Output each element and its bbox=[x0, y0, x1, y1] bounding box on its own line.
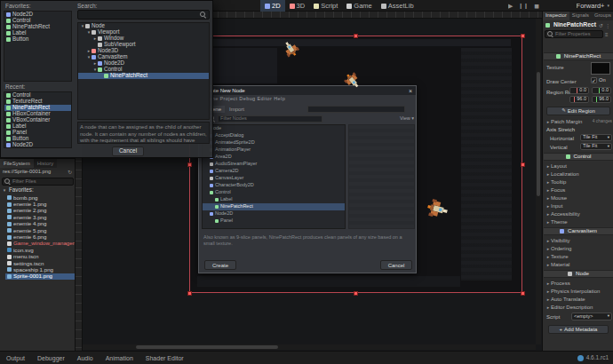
recent-item[interactable]: Label bbox=[4, 123, 71, 130]
favorite-item[interactable]: NinePatchRect bbox=[4, 24, 71, 30]
add-metadata-button[interactable]: + Add Metadata bbox=[548, 325, 609, 334]
region-y-field[interactable]: 0.0 bbox=[592, 87, 611, 94]
edit-region-button[interactable]: ✎ Edit Region bbox=[546, 107, 610, 115]
play-button[interactable]: ▶ bbox=[508, 3, 513, 9]
favorite-item[interactable]: Control bbox=[4, 18, 71, 24]
search-input[interactable] bbox=[77, 10, 210, 20]
file-row[interactable]: menu.tscn bbox=[5, 254, 75, 260]
match-item[interactable]: ▾Control bbox=[78, 67, 209, 73]
favorites-list[interactable]: Node2D Control NinePatchRect Label Butto… bbox=[4, 11, 72, 82]
tab-script[interactable]: Script bbox=[309, 0, 342, 12]
tab-assetlib[interactable]: AssetLib bbox=[377, 0, 418, 12]
match-item[interactable]: SubViewport bbox=[78, 42, 209, 48]
tab-inspector[interactable]: Inspector bbox=[543, 12, 569, 20]
selection-handle-mid-left[interactable] bbox=[187, 162, 192, 167]
group-theme[interactable]: ▸Theme bbox=[545, 218, 612, 226]
selection-handle-top-right[interactable] bbox=[521, 34, 525, 38]
horizontal-scrollbar-thumb[interactable] bbox=[136, 345, 278, 349]
group-process[interactable]: ▸Process bbox=[545, 280, 612, 287]
history-icon[interactable]: ↺ bbox=[599, 23, 603, 28]
favorite-item[interactable]: Button bbox=[4, 36, 71, 43]
file-row[interactable]: spaceship 1.png bbox=[5, 266, 75, 273]
vertical-scrollbar[interactable] bbox=[536, 19, 541, 344]
tab-2d[interactable]: 2D bbox=[260, 0, 285, 12]
recent-item-selected[interactable]: NinePatchRect bbox=[4, 105, 71, 111]
pause-button[interactable]: ❙❙ bbox=[518, 3, 529, 9]
group-input[interactable]: ▸Input bbox=[545, 202, 612, 210]
group-localization[interactable]: ▸Localization bbox=[545, 170, 612, 178]
horizontal-scrollbar[interactable] bbox=[83, 344, 536, 350]
group-patch-margin[interactable]: ▸ Patch Margin 4 changes bbox=[545, 118, 612, 125]
match-item-selected[interactable]: NinePatchRect bbox=[78, 73, 209, 79]
file-row[interactable]: enemie 3.png bbox=[5, 214, 75, 220]
renderer-selector[interactable]: Forward+ ▾ bbox=[577, 3, 609, 10]
match-item[interactable]: ▸Node3D bbox=[78, 48, 209, 54]
region-w-field[interactable]: 96.0 bbox=[569, 96, 589, 103]
vertical-dropdown[interactable]: Tile Fit▾ bbox=[580, 143, 612, 150]
stop-button[interactable]: ◼ bbox=[534, 3, 539, 9]
recent-list[interactable]: Control TextureRect NinePatchRect HBoxCo… bbox=[4, 91, 72, 148]
inspector-menu-icon[interactable]: ⋮ bbox=[605, 23, 610, 28]
bottom-tab-output[interactable]: Output bbox=[0, 352, 31, 364]
region-x-field[interactable]: 0.0 bbox=[569, 87, 589, 94]
group-visibility[interactable]: ▸Visibility bbox=[545, 237, 612, 244]
selection-handle-bottom-right[interactable] bbox=[521, 291, 525, 296]
bottom-tab-animation[interactable]: Animation bbox=[100, 352, 139, 364]
favorites-root[interactable]: ▾ Favorites: bbox=[0, 186, 75, 194]
file-row[interactable]: bomb.png bbox=[5, 194, 75, 201]
file-row[interactable]: settings.tscn bbox=[5, 260, 75, 266]
filter-properties-input[interactable]: Filter Properties bbox=[545, 30, 603, 38]
file-row-selected[interactable]: Sprite-0001.png bbox=[5, 273, 75, 280]
selection-handle-bottom-mid[interactable] bbox=[354, 291, 358, 296]
group-ordering[interactable]: ▸Ordering bbox=[545, 245, 612, 252]
vertical-scrollbar-thumb[interactable] bbox=[537, 72, 540, 196]
tab-history[interactable]: History bbox=[34, 159, 58, 168]
group-tooltip[interactable]: ▸Tooltip bbox=[545, 178, 612, 186]
group-auto-translate[interactable]: ▸Auto Translate bbox=[545, 296, 612, 303]
refresh-icon[interactable]: ↻ bbox=[68, 170, 72, 175]
favorite-item[interactable]: Label bbox=[4, 30, 71, 36]
match-item[interactable]: ▸Window bbox=[78, 36, 209, 42]
match-item[interactable]: ▸Node2D bbox=[78, 60, 209, 67]
group-accessibility[interactable]: ▸Accessibility bbox=[545, 210, 612, 218]
draw-center-checkbox[interactable]: ✓ On bbox=[591, 77, 606, 83]
group-mouse[interactable]: ▸Mouse bbox=[545, 194, 612, 202]
file-row[interactable]: icon.svg bbox=[5, 247, 75, 253]
file-row[interactable]: enemie 4.png bbox=[5, 221, 75, 227]
group-material[interactable]: ▸Material bbox=[545, 261, 612, 268]
favorite-item[interactable]: Node2D bbox=[4, 12, 71, 18]
match-item[interactable]: ▾CanvasItem bbox=[78, 54, 209, 60]
cancel-button[interactable]: Cancel bbox=[112, 146, 144, 156]
selection-handle-bottom-left[interactable] bbox=[187, 291, 192, 296]
selection-handle-mid-right[interactable] bbox=[521, 162, 525, 167]
filesystem-filter-input[interactable]: Filter Files bbox=[2, 178, 74, 186]
group-editor-description[interactable]: ▸Editor Description bbox=[545, 304, 612, 311]
bottom-tab-audio[interactable]: Audio bbox=[71, 352, 100, 364]
group-layout[interactable]: ▸Layout bbox=[545, 162, 612, 170]
recent-item[interactable]: Button bbox=[4, 136, 71, 142]
selection-handle-top-mid[interactable] bbox=[354, 34, 358, 38]
tab-game[interactable]: Game bbox=[342, 0, 376, 12]
horizontal-dropdown[interactable]: Tile Fit▾ bbox=[580, 134, 612, 141]
match-item[interactable]: ▾Viewport bbox=[78, 29, 209, 36]
tab-filesystem[interactable]: FileSystem bbox=[0, 159, 34, 168]
file-row[interactable]: enemie 2.png bbox=[5, 208, 75, 214]
extra-options-icon[interactable]: ≡ bbox=[605, 32, 609, 37]
recent-item[interactable]: Control bbox=[4, 92, 71, 99]
file-row[interactable]: enemie 6.png bbox=[5, 233, 75, 240]
recent-item[interactable]: Node2D bbox=[4, 142, 71, 148]
region-h-field[interactable]: 96.0 bbox=[592, 96, 611, 103]
file-row[interactable]: enemie 5.png bbox=[5, 227, 75, 233]
group-texture[interactable]: ▸Texture bbox=[545, 253, 612, 260]
tab-signals[interactable]: Signals bbox=[569, 12, 592, 20]
matches-tree[interactable]: ▾Node ▾Viewport ▸Window SubViewport ▸Nod… bbox=[77, 22, 210, 120]
recent-item[interactable]: VBoxContainer bbox=[4, 117, 71, 123]
file-row[interactable]: enemie 1.png bbox=[5, 201, 75, 207]
group-focus[interactable]: ▸Focus bbox=[545, 186, 612, 194]
recent-item[interactable]: TextureRect bbox=[4, 99, 71, 105]
group-physics-interpolation[interactable]: ▸Physics Interpolation bbox=[545, 288, 612, 295]
texture-thumbnail[interactable] bbox=[591, 62, 610, 75]
tab-groups[interactable]: Groups bbox=[592, 12, 613, 20]
file-row[interactable]: Game_window_manager.tscn bbox=[5, 241, 75, 247]
tab-3d[interactable]: 3D bbox=[285, 0, 310, 12]
